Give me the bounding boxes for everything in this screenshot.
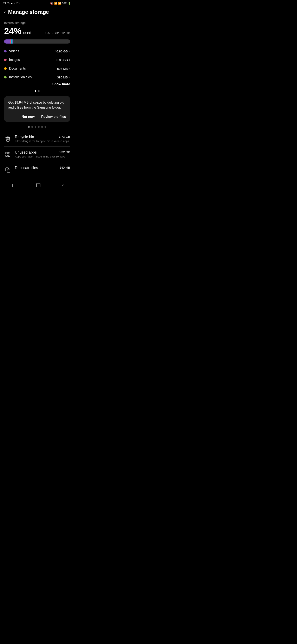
signal-icon: 📶 <box>58 2 61 5</box>
back-button[interactable]: ‹ <box>4 10 5 15</box>
svg-rect-4 <box>7 169 10 172</box>
documents-chevron: › <box>69 67 70 70</box>
documents-dot <box>4 67 6 70</box>
not-now-button[interactable]: Not now <box>22 115 35 119</box>
review-old-files-button[interactable]: Review old files <box>41 115 66 119</box>
videos-dot <box>4 50 6 52</box>
page-dot-2-2 <box>31 126 33 128</box>
duplicate-files-icon <box>4 166 11 174</box>
installation-size: 396 MB <box>57 76 68 79</box>
unused-apps-subtitle: Apps you haven't used in the past 30 day… <box>15 155 70 158</box>
images-label: Images <box>9 58 20 62</box>
battery-icon: 🔋 <box>68 2 71 5</box>
page-dot-2-3 <box>35 126 36 128</box>
videos-label: Videos <box>9 49 19 53</box>
recycle-bin-content: Recycle bin 1.73 GB Files sitting in the… <box>15 135 70 143</box>
list-item-unused-apps[interactable]: Unused apps 3.32 GB Apps you haven't use… <box>0 146 74 162</box>
cloud-icon: ☁ <box>10 2 13 5</box>
used-size: 125.5 GB <box>45 31 58 35</box>
duplicate-files-content: Duplicate files 240 MB <box>15 166 70 170</box>
storage-percent-row: 24% used 125.5 GB/ 512 GB <box>0 26 74 38</box>
page-dot-2-6 <box>44 126 46 128</box>
page-dot-2-1 <box>28 126 30 128</box>
recycle-bin-title: Recycle bin <box>15 135 34 139</box>
duplicate-files-title: Duplicate files <box>15 166 38 170</box>
unused-apps-content: Unused apps 3.32 GB Apps you haven't use… <box>15 150 70 158</box>
installation-chevron: › <box>69 75 70 79</box>
videos-size: 46.86 GB <box>55 50 68 53</box>
page-dots-1 <box>0 90 74 94</box>
svg-rect-2 <box>6 155 7 156</box>
storage-percent-block: 24% used <box>4 26 31 36</box>
battery-text: 36% <box>62 2 67 5</box>
installation-dot <box>4 76 6 78</box>
dot-indicator: • <box>19 2 20 5</box>
unused-apps-size: 3.32 GB <box>59 150 70 154</box>
bar-videos <box>4 40 10 44</box>
page-dot-2-4 <box>38 126 40 128</box>
list-item-duplicate-files[interactable]: Duplicate files 240 MB <box>0 162 74 177</box>
suggestion-text: Get 19.94 MB of space by deleting old au… <box>8 100 66 110</box>
page-dot-2-5 <box>41 126 43 128</box>
header: ‹ Manage storage <box>0 6 74 17</box>
status-bar: 21:53 ☁ ✓ 🛡 • 🔇 📶 📶 36% 🔋 <box>0 0 74 6</box>
bar-other <box>12 40 13 44</box>
svg-rect-3 <box>8 155 10 156</box>
download-icon: ✓ <box>13 2 15 4</box>
page-title: Manage storage <box>8 9 49 15</box>
nav-menu-button[interactable]: ||| <box>6 182 19 188</box>
documents-size: 508 MB <box>57 67 68 70</box>
total-size: / 512 GB <box>58 31 70 35</box>
nav-back-button[interactable]: ‹ <box>58 182 68 189</box>
recycle-bin-size: 1.73 GB <box>59 135 70 138</box>
images-size: 5.03 GB <box>56 58 68 62</box>
recycle-bin-icon <box>4 135 11 143</box>
page-dot-1-inactive <box>38 90 40 92</box>
recycle-bin-subtitle: Files sitting in the Recycle bin in vari… <box>15 140 70 143</box>
suggestion-card: Get 19.94 MB of space by deleting old au… <box>4 96 70 122</box>
shield-icon: 🛡 <box>16 2 18 4</box>
wifi-icon: 📶 <box>54 2 57 5</box>
status-right: 🔇 📶 📶 36% 🔋 <box>50 2 71 5</box>
images-dot <box>4 58 6 61</box>
time: 21:53 <box>3 2 9 5</box>
storage-items: Videos 46.86 GB › Images 5.03 GB › Docum… <box>0 47 74 82</box>
status-left: 21:53 ☁ ✓ 🛡 • <box>3 2 20 5</box>
mute-icon: 🔇 <box>50 2 53 5</box>
suggestion-actions: Not now Review old files <box>8 115 66 119</box>
svg-rect-1 <box>8 152 10 154</box>
storage-item-images[interactable]: Images 5.03 GB › <box>4 56 70 64</box>
bar-apps <box>11 40 12 44</box>
bottom-nav: ||| ‹ <box>0 179 74 192</box>
svg-rect-0 <box>6 152 7 154</box>
storage-item-videos[interactable]: Videos 46.86 GB › <box>4 47 70 56</box>
images-chevron: › <box>69 58 70 62</box>
unused-apps-title: Unused apps <box>15 150 37 154</box>
list-item-recycle-bin[interactable]: Recycle bin 1.73 GB Files sitting in the… <box>0 131 74 146</box>
documents-label: Documents <box>9 67 26 70</box>
unused-apps-icon <box>4 151 11 158</box>
page-dots-2 <box>0 124 74 131</box>
used-label: used <box>23 31 31 35</box>
svg-rect-5 <box>36 183 40 187</box>
storage-size: 125.5 GB/ 512 GB <box>45 31 70 35</box>
storage-item-documents[interactable]: Documents 508 MB › <box>4 64 70 73</box>
section-label: Internal storage <box>0 17 74 26</box>
duplicate-files-size: 240 MB <box>59 166 70 169</box>
page-dot-1-active <box>35 90 36 92</box>
nav-home-button[interactable] <box>32 182 45 188</box>
storage-percent: 24% <box>4 26 21 36</box>
videos-chevron: › <box>69 49 70 53</box>
storage-item-installation[interactable]: Installation files 396 MB › <box>4 73 70 82</box>
storage-bar <box>4 40 70 44</box>
show-more-button[interactable]: Show more <box>0 82 74 90</box>
installation-label: Installation files <box>9 75 31 79</box>
